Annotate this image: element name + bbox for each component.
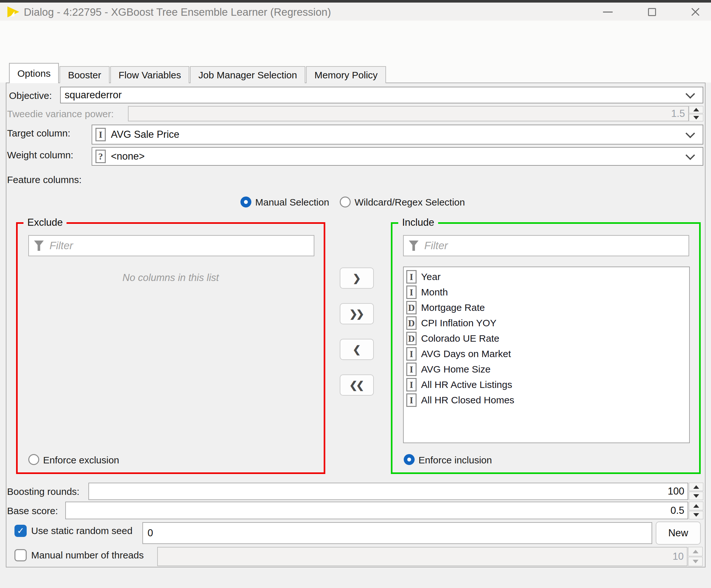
feature-columns-label: Feature columns: [7, 174, 82, 185]
column-list-item[interactable]: D Mortgage Rate [404, 300, 689, 315]
base-score-spinner [689, 502, 703, 519]
arrow-up-icon [693, 108, 699, 111]
dialog-window: Dialog - 4:22795 - XGBoost Tree Ensemble… [0, 0, 711, 588]
column-type-icon: I [406, 378, 416, 391]
column-type-icon: D [406, 332, 416, 345]
enforce-inclusion-radio[interactable] [404, 454, 415, 465]
threads-count-input[interactable] [157, 547, 688, 566]
include-panel-title: Include [398, 217, 438, 228]
tab-memory-policy[interactable]: Memory Policy [306, 66, 386, 83]
objective-label: Objective: [9, 90, 52, 101]
titlebar: Dialog - 4:22795 - XGBoost Tree Ensemble… [0, 3, 711, 21]
exclude-panel: Exclude No columns in this list [16, 222, 325, 474]
column-list-item[interactable]: I AVG Home Size [404, 362, 689, 377]
column-list-item[interactable]: D Colorado UE Rate [404, 331, 689, 346]
boosting-rounds-input[interactable] [88, 483, 688, 500]
column-type-icon: I [406, 393, 416, 407]
column-type-icon: D [406, 301, 416, 314]
target-column-value: AVG Sale Price [111, 129, 179, 140]
random-seed-input[interactable] [143, 522, 652, 544]
base-score-label: Base score: [7, 505, 58, 516]
weight-column-value: <none> [111, 151, 145, 162]
tweedie-variance-power-input[interactable] [128, 106, 689, 121]
tab-booster[interactable]: Booster [60, 66, 109, 83]
use-static-random-seed-checkbox[interactable] [15, 525, 27, 537]
remove-button[interactable]: ❮ [340, 339, 374, 360]
knime-node-icon [6, 5, 20, 19]
window-title: Dialog - 4:22795 - XGBoost Tree Ensemble… [24, 6, 331, 18]
arrow-down-icon [693, 513, 699, 517]
transfer-button-column: ❯❯❯❮❮❮ [340, 268, 374, 395]
column-type-icon: I [406, 270, 416, 284]
tab-job-manager-selection[interactable]: Job Manager Selection [190, 66, 305, 83]
spinner-up-button[interactable] [689, 106, 703, 113]
wildcard-regex-selection-radio[interactable] [340, 197, 351, 207]
maximize-button[interactable] [641, 4, 663, 19]
arrow-up-icon [693, 550, 698, 553]
close-icon [690, 7, 701, 17]
column-list-item[interactable]: I Year [404, 269, 689, 285]
exclude-empty-hint: No columns in this list [18, 272, 324, 284]
use-static-random-seed-label: Use static random seed [31, 525, 132, 536]
include-filter-input[interactable] [424, 239, 683, 252]
tab-bar: OptionsBoosterFlow VariablesJob Manager … [9, 63, 387, 83]
window-top-strip [0, 0, 711, 3]
tab-flow-variables[interactable]: Flow Variables [110, 66, 190, 83]
boosting-rounds-label: Boosting rounds: [7, 486, 79, 497]
enforce-exclusion-radio[interactable] [28, 454, 39, 465]
chevron-down-icon [686, 150, 695, 160]
spinner-down-button[interactable] [689, 114, 703, 121]
minimize-button[interactable] [597, 4, 619, 19]
objective-dropdown[interactable]: squarederror [60, 87, 703, 104]
add-all-button[interactable]: ❯❯ [340, 303, 374, 324]
close-button[interactable] [685, 4, 706, 19]
tab-options[interactable]: Options [9, 63, 59, 83]
exclude-filter-box [28, 235, 314, 256]
exclude-filter-input[interactable] [49, 239, 308, 252]
column-type-icon: I [406, 347, 416, 361]
arrow-up-icon [693, 504, 699, 508]
spinner-down-button[interactable] [689, 511, 703, 520]
arrow-down-icon [693, 116, 699, 119]
arrow-down-icon [693, 494, 699, 498]
spinner-down-button[interactable] [689, 492, 703, 500]
manual-selection-radio[interactable] [240, 197, 251, 207]
base-score-input[interactable] [65, 502, 688, 519]
spinner-down-button[interactable] [688, 557, 703, 566]
column-type-icon: D [406, 316, 416, 330]
column-list-item[interactable]: D CPI Inflation YOY [404, 315, 689, 331]
chevron-down-icon [686, 89, 695, 98]
manual-number-of-threads-checkbox[interactable] [15, 549, 27, 561]
include-column-list[interactable]: I Year I Month D Mortgage Rate D CPI Inf… [403, 267, 690, 443]
exclude-panel-title: Exclude [23, 217, 67, 228]
threads-spinner [688, 547, 703, 566]
arrow-down-icon [693, 560, 698, 563]
boosting-rounds-spinner [689, 483, 703, 500]
spinner-up-button[interactable] [689, 502, 703, 510]
tweedie-spinner [689, 106, 703, 121]
weight-column-label: Weight column: [7, 150, 73, 161]
spinner-up-button[interactable] [688, 547, 703, 556]
filter-funnel-icon [409, 240, 418, 251]
column-list-item[interactable]: I All HR Closed Homes [404, 392, 689, 408]
chevron-down-icon [686, 129, 695, 138]
add-button[interactable]: ❯ [340, 268, 374, 289]
weight-column-dropdown[interactable]: ? <none> [92, 147, 703, 166]
column-list-item[interactable]: I AVG Days on Market [404, 346, 689, 362]
manual-number-of-threads-label: Manual number of threads [31, 550, 144, 561]
include-filter-box [403, 235, 689, 256]
unknown-column-type-icon: ? [95, 150, 106, 163]
wildcard-regex-selection-label: Wildcard/Regex Selection [354, 197, 465, 208]
manual-selection-label: Manual Selection [255, 197, 329, 208]
column-list-item[interactable]: I All HR Active Listings [404, 377, 689, 392]
maximize-icon [648, 8, 656, 16]
target-column-label: Target column: [7, 128, 70, 139]
arrow-up-icon [693, 485, 699, 489]
tweedie-variance-power-label: Tweedie variance power: [7, 109, 114, 119]
spinner-up-button[interactable] [689, 483, 703, 491]
new-seed-button[interactable]: New [656, 522, 701, 545]
column-list-item[interactable]: I Month [404, 285, 689, 300]
target-column-dropdown[interactable]: I AVG Sale Price [92, 125, 703, 144]
column-type-icon: I [406, 363, 416, 376]
remove-all-button[interactable]: ❮❮ [340, 375, 374, 395]
